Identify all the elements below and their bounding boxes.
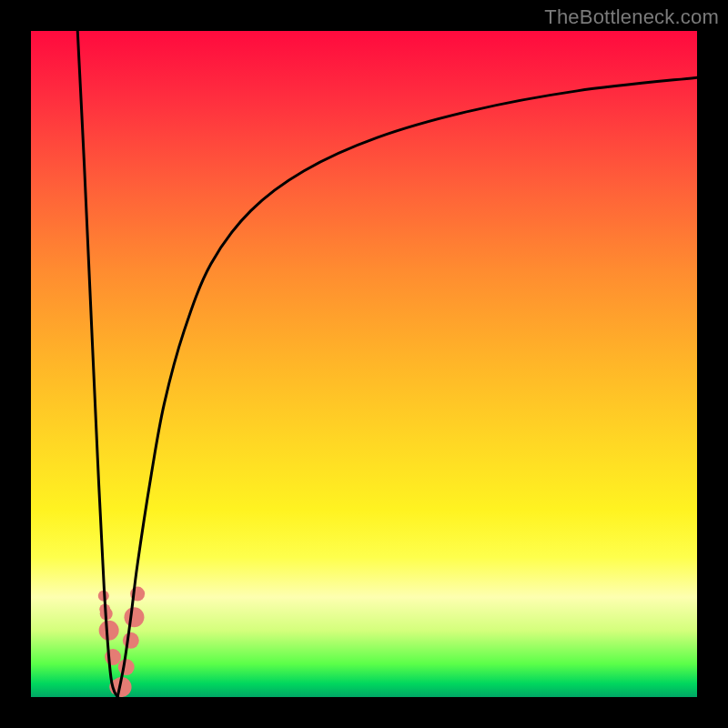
outer-frame: TheBottleneck.com (0, 0, 728, 728)
watermark-text: TheBottleneck.com (544, 5, 719, 29)
left-branch-path (77, 31, 117, 697)
marker-dot (99, 621, 119, 641)
marker-dot (124, 607, 144, 627)
chart-svg (31, 31, 697, 697)
plot-area (31, 31, 697, 697)
marker-dot (123, 632, 139, 649)
marker-dot (118, 659, 135, 675)
right-branch-path (117, 77, 697, 697)
